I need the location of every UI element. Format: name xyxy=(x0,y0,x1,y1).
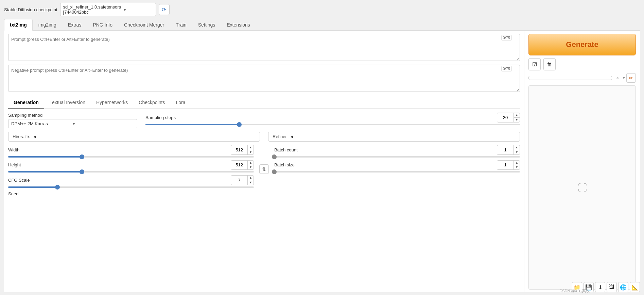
sampling-steps-thumb[interactable] xyxy=(237,122,242,127)
height-value[interactable] xyxy=(231,161,247,169)
toolbar-download-button[interactable]: ⬇ xyxy=(595,282,605,292)
height-slider[interactable] xyxy=(8,171,254,173)
batch-count-input[interactable]: ▲ ▼ xyxy=(497,145,520,155)
cfg-input[interactable]: ▲ ▼ xyxy=(231,175,254,185)
width-slider[interactable] xyxy=(8,156,254,158)
subtab-lora[interactable]: Lora xyxy=(170,97,191,109)
batch-size-input[interactable]: ▲ ▼ xyxy=(497,160,520,170)
image-icon: 🖼 xyxy=(609,284,614,290)
tab-png-info[interactable]: PNG Info xyxy=(87,19,118,30)
subtab-textual-inversion[interactable]: Textual Inversion xyxy=(44,97,91,109)
height-thumb[interactable] xyxy=(80,169,84,174)
refresh-button[interactable]: ⟳ xyxy=(159,4,170,15)
sampling-steps-input[interactable]: ▲ ▼ xyxy=(497,113,520,122)
batch-count-slider[interactable] xyxy=(274,156,520,158)
tab-extensions[interactable]: Extensions xyxy=(221,19,256,30)
batch-size-label: Batch size xyxy=(274,162,295,167)
batch-count-thumb[interactable] xyxy=(272,154,277,159)
edit-icon: ✏ xyxy=(629,75,633,81)
height-label: Height xyxy=(8,162,21,167)
swap-dimensions-button[interactable]: ⇅ xyxy=(259,164,269,174)
checkbox-icon: ☑ xyxy=(532,61,537,68)
tab-checkpoint-merger[interactable]: Checkpoint Merger xyxy=(118,19,170,30)
hires-fix-toggle[interactable]: Hires. fix ◄ xyxy=(8,132,260,142)
seed-label: Seed xyxy=(8,191,18,196)
globe-icon: 🌐 xyxy=(620,284,627,291)
checkpoint-label: Stable Diffusion checkpoint xyxy=(4,7,57,12)
left-panel: 0/75 0/75 Generation Textual Inversion H… xyxy=(4,31,524,292)
batch-size-down-icon[interactable]: ▼ xyxy=(514,165,520,169)
width-spinners: ▲ ▼ xyxy=(247,145,254,154)
subtab-generation[interactable]: Generation xyxy=(8,97,44,109)
sampling-steps-spinners: ▲ ▼ xyxy=(514,113,520,122)
tab-img2img[interactable]: img2img xyxy=(33,19,62,30)
batch-size-value[interactable] xyxy=(497,161,514,169)
tab-extras[interactable]: Extras xyxy=(62,19,87,30)
sampling-steps-slider[interactable] xyxy=(145,124,520,125)
dimension-grid: Width ▲ ▼ xyxy=(8,145,520,188)
tab-train[interactable]: Train xyxy=(170,19,192,30)
width-up-icon[interactable]: ▲ xyxy=(248,145,254,150)
batch-size-up-icon[interactable]: ▲ xyxy=(514,161,520,165)
chevron-down-icon: ▾ xyxy=(124,7,153,12)
toolbar-layout-button[interactable]: 📐 xyxy=(630,282,640,292)
cfg-up-icon[interactable]: ▲ xyxy=(248,176,254,180)
batch-count-value[interactable] xyxy=(497,146,514,154)
style-select[interactable] xyxy=(528,76,612,80)
height-down-icon[interactable]: ▼ xyxy=(248,165,254,169)
batch-count-header: Batch count ▲ ▼ xyxy=(274,145,520,155)
sampling-steps-value[interactable] xyxy=(497,114,514,121)
negative-prompt-input[interactable] xyxy=(8,65,520,92)
prompt-input[interactable] xyxy=(8,34,520,61)
hires-fix-arrow-icon: ◄ xyxy=(33,134,37,139)
subtab-checkpoints[interactable]: Checkpoints xyxy=(133,97,170,109)
sampling-steps-group: Sampling steps ▲ ▼ xyxy=(145,113,520,125)
width-label: Width xyxy=(8,147,19,152)
steps-up-icon[interactable]: ▲ xyxy=(514,113,520,118)
tab-settings[interactable]: Settings xyxy=(192,19,221,30)
batch-count-down-icon[interactable]: ▼ xyxy=(514,150,520,154)
width-thumb[interactable] xyxy=(80,154,84,159)
batch-size-thumb[interactable] xyxy=(272,169,277,174)
watermark: CSDN @XD_菜农 xyxy=(559,289,590,294)
cfg-slider[interactable] xyxy=(8,186,254,188)
app-container: Stable Diffusion checkpoint sd_xl_refine… xyxy=(0,0,644,295)
checkpoint-dropdown[interactable]: sd_xl_refiner_1.0.safetensors [7440042bb… xyxy=(60,3,156,16)
dimension-left: Width ▲ ▼ xyxy=(8,145,254,188)
width-value[interactable] xyxy=(231,146,247,154)
cfg-down-icon[interactable]: ▼ xyxy=(248,180,254,185)
toolbar-globe-button[interactable]: 🌐 xyxy=(618,282,628,292)
interrupt-button[interactable]: ☑ xyxy=(528,58,541,70)
height-input[interactable]: ▲ ▼ xyxy=(231,160,254,170)
height-header: Height ▲ ▼ xyxy=(8,160,254,170)
batch-size-slider[interactable] xyxy=(274,171,520,173)
trash-button[interactable]: 🗑 xyxy=(543,58,556,70)
sampling-method-value: DPM++ 2M Karras xyxy=(11,121,73,126)
width-row: Width ▲ ▼ xyxy=(8,145,254,158)
toolbar-image-button[interactable]: 🖼 xyxy=(607,282,617,292)
sampling-method-group: Sampling method DPM++ 2M Karras ▾ xyxy=(8,113,137,128)
style-arrow-icon: ▾ xyxy=(623,76,625,80)
trash-icon: 🗑 xyxy=(547,61,552,67)
action-row: ☑ 🗑 xyxy=(528,58,636,70)
batch-count-up-icon[interactable]: ▲ xyxy=(514,145,520,150)
cfg-thumb[interactable] xyxy=(55,185,60,190)
cfg-value[interactable] xyxy=(231,176,247,184)
prompt-counter: 0/75 xyxy=(501,35,512,40)
width-down-icon[interactable]: ▼ xyxy=(248,150,254,154)
style-edit-button[interactable]: ✏ xyxy=(626,73,636,83)
swap-icon: ⇅ xyxy=(262,166,266,172)
refiner-toggle[interactable]: Refiner ◄ xyxy=(268,132,520,142)
width-input[interactable]: ▲ ▼ xyxy=(231,145,254,155)
style-clear-button[interactable]: × xyxy=(613,73,622,83)
preview-placeholder-icon: ⛶ xyxy=(577,182,587,193)
width-fill xyxy=(8,156,82,158)
steps-down-icon[interactable]: ▼ xyxy=(514,118,520,122)
height-row: Height ▲ ▼ xyxy=(8,160,254,173)
checkpoint-row: Stable Diffusion checkpoint sd_xl_refine… xyxy=(4,3,640,16)
sampling-method-dropdown[interactable]: DPM++ 2M Karras ▾ xyxy=(8,119,137,128)
height-up-icon[interactable]: ▲ xyxy=(248,161,254,165)
tab-txt2img[interactable]: txt2img xyxy=(4,19,33,31)
generate-button[interactable]: Generate xyxy=(528,34,636,55)
subtab-hypernetworks[interactable]: Hypernetworks xyxy=(91,97,133,109)
